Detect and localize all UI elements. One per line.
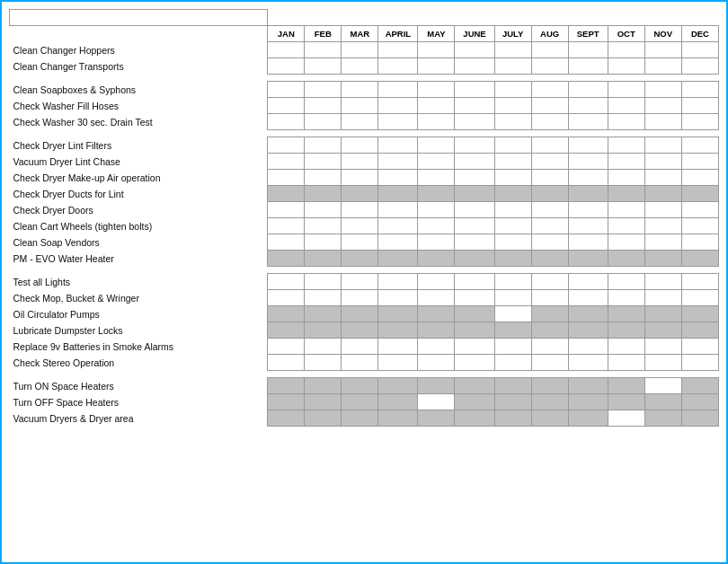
checklist-cell[interactable] (531, 306, 568, 322)
checklist-cell[interactable] (418, 82, 455, 98)
checklist-cell[interactable] (342, 234, 378, 251)
checklist-cell[interactable] (494, 274, 531, 290)
checklist-cell[interactable] (268, 322, 305, 339)
checklist-cell[interactable] (608, 42, 644, 58)
checklist-cell[interactable] (608, 114, 644, 130)
checklist-cell[interactable] (305, 378, 342, 394)
checklist-cell[interactable] (681, 410, 718, 427)
checklist-cell[interactable] (531, 251, 568, 267)
checklist-cell[interactable] (455, 378, 494, 394)
checklist-cell[interactable] (681, 82, 718, 98)
checklist-cell[interactable] (342, 218, 378, 234)
checklist-cell[interactable] (305, 274, 342, 290)
checklist-cell[interactable] (378, 58, 418, 75)
checklist-cell[interactable] (644, 290, 681, 306)
checklist-cell[interactable] (342, 410, 378, 427)
checklist-cell[interactable] (494, 339, 531, 355)
checklist-cell[interactable] (681, 202, 718, 218)
checklist-cell[interactable] (378, 42, 418, 58)
checklist-cell[interactable] (342, 170, 378, 186)
checklist-cell[interactable] (681, 218, 718, 234)
checklist-cell[interactable] (531, 170, 568, 186)
checklist-cell[interactable] (608, 322, 644, 339)
checklist-cell[interactable] (418, 355, 455, 371)
checklist-cell[interactable] (608, 306, 644, 322)
checklist-cell[interactable] (568, 394, 608, 410)
checklist-cell[interactable] (681, 306, 718, 322)
checklist-cell[interactable] (644, 114, 681, 130)
checklist-cell[interactable] (681, 251, 718, 267)
checklist-cell[interactable] (531, 82, 568, 98)
checklist-cell[interactable] (455, 82, 494, 98)
checklist-cell[interactable] (531, 42, 568, 58)
checklist-cell[interactable] (644, 378, 681, 394)
checklist-cell[interactable] (494, 114, 531, 130)
checklist-cell[interactable] (268, 355, 305, 371)
checklist-cell[interactable] (418, 218, 455, 234)
checklist-cell[interactable] (418, 186, 455, 202)
checklist-cell[interactable] (342, 355, 378, 371)
checklist-cell[interactable] (305, 339, 342, 355)
checklist-cell[interactable] (531, 98, 568, 114)
checklist-cell[interactable] (644, 355, 681, 371)
checklist-cell[interactable] (378, 306, 418, 322)
checklist-cell[interactable] (378, 98, 418, 114)
checklist-cell[interactable] (568, 186, 608, 202)
checklist-cell[interactable] (378, 290, 418, 306)
checklist-cell[interactable] (531, 410, 568, 427)
checklist-cell[interactable] (455, 137, 494, 154)
checklist-cell[interactable] (455, 394, 494, 410)
checklist-cell[interactable] (418, 394, 455, 410)
checklist-cell[interactable] (681, 186, 718, 202)
checklist-cell[interactable] (455, 322, 494, 339)
checklist-cell[interactable] (608, 170, 644, 186)
checklist-cell[interactable] (268, 42, 305, 58)
checklist-cell[interactable] (378, 274, 418, 290)
checklist-cell[interactable] (455, 58, 494, 75)
checklist-cell[interactable] (644, 322, 681, 339)
checklist-cell[interactable] (531, 154, 568, 170)
checklist-cell[interactable] (608, 186, 644, 202)
checklist-cell[interactable] (568, 58, 608, 75)
checklist-cell[interactable] (681, 234, 718, 251)
checklist-cell[interactable] (455, 98, 494, 114)
checklist-cell[interactable] (342, 137, 378, 154)
checklist-cell[interactable] (644, 218, 681, 234)
checklist-cell[interactable] (378, 170, 418, 186)
checklist-cell[interactable] (378, 202, 418, 218)
checklist-cell[interactable] (305, 290, 342, 306)
checklist-cell[interactable] (608, 154, 644, 170)
checklist-cell[interactable] (378, 322, 418, 339)
checklist-cell[interactable] (305, 322, 342, 339)
checklist-cell[interactable] (608, 82, 644, 98)
checklist-cell[interactable] (268, 378, 305, 394)
checklist-cell[interactable] (531, 58, 568, 75)
checklist-cell[interactable] (305, 306, 342, 322)
checklist-cell[interactable] (608, 202, 644, 218)
checklist-cell[interactable] (681, 170, 718, 186)
checklist-cell[interactable] (568, 339, 608, 355)
checklist-cell[interactable] (305, 218, 342, 234)
checklist-cell[interactable] (268, 202, 305, 218)
checklist-cell[interactable] (342, 378, 378, 394)
checklist-cell[interactable] (418, 410, 455, 427)
checklist-cell[interactable] (531, 274, 568, 290)
checklist-cell[interactable] (418, 290, 455, 306)
checklist-cell[interactable] (455, 42, 494, 58)
checklist-cell[interactable] (418, 306, 455, 322)
checklist-cell[interactable] (644, 339, 681, 355)
checklist-cell[interactable] (268, 170, 305, 186)
checklist-cell[interactable] (418, 234, 455, 251)
checklist-cell[interactable] (418, 322, 455, 339)
checklist-cell[interactable] (681, 58, 718, 75)
checklist-cell[interactable] (568, 218, 608, 234)
checklist-cell[interactable] (494, 58, 531, 75)
checklist-cell[interactable] (305, 154, 342, 170)
checklist-cell[interactable] (568, 322, 608, 339)
checklist-cell[interactable] (342, 202, 378, 218)
checklist-cell[interactable] (378, 218, 418, 234)
checklist-cell[interactable] (305, 137, 342, 154)
checklist-cell[interactable] (681, 322, 718, 339)
checklist-cell[interactable] (494, 137, 531, 154)
checklist-cell[interactable] (455, 355, 494, 371)
